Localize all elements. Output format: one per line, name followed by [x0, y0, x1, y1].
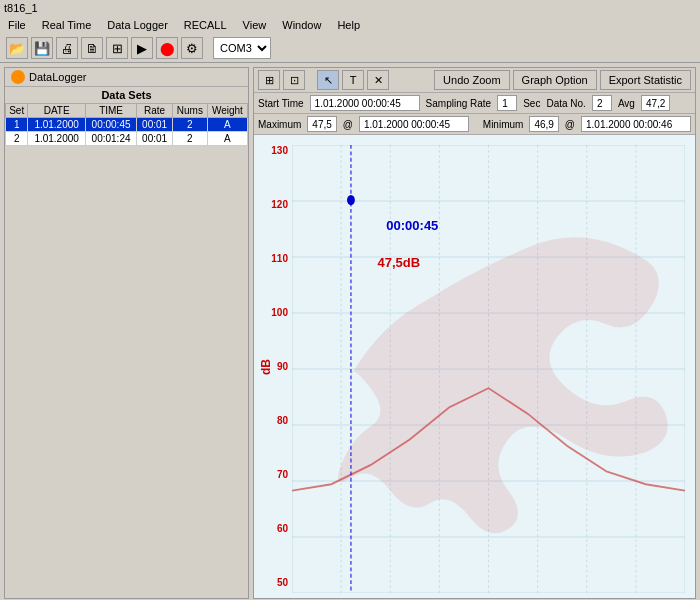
right-panel: ⊞ ⊡ ↖ T ✕ Undo Zoom Graph Option Export …: [253, 67, 696, 599]
row1-set: 1: [6, 118, 28, 132]
menu-file[interactable]: File: [4, 18, 30, 32]
y-label-70: 70: [277, 469, 288, 480]
save-button[interactable]: 💾: [31, 37, 53, 59]
undo-zoom-button[interactable]: Undo Zoom: [434, 70, 509, 90]
y-label-130: 130: [271, 145, 288, 156]
print-preview-button[interactable]: 🗎: [81, 37, 103, 59]
menu-datalogger[interactable]: Data Logger: [103, 18, 172, 32]
marker-tool-button[interactable]: ✕: [367, 70, 389, 90]
maximum-value: 47,5: [307, 116, 336, 132]
chart-area: dB 130 120 110 100 90 80 70 60 50: [254, 135, 695, 598]
menu-help[interactable]: Help: [333, 18, 364, 32]
main-content: DataLogger Data Sets Set DATE TIME Rate …: [0, 63, 700, 600]
menu-bar: File Real Time Data Logger RECALL View W…: [0, 16, 700, 34]
data-table: Set DATE TIME Rate Nums Weight 1 1.01.20…: [5, 103, 248, 146]
chart-stats-row: Maximum 47,5 @ 1.01.2000 00:00:45 Minimu…: [254, 114, 695, 135]
row1-rate: 00:01: [137, 118, 173, 132]
toolbar: 📂 💾 🖨 🗎 ⊞ ▶ ⬤ ⚙ COM3 COM1 COM2: [0, 34, 700, 63]
arrow-tool-button[interactable]: ↖: [317, 70, 339, 90]
row1-weight: A: [207, 118, 247, 132]
print-button[interactable]: 🖨: [56, 37, 78, 59]
avg-label: Avg: [618, 98, 635, 109]
row2-nums: 2: [173, 132, 208, 146]
chart-toolbar: ⊞ ⊡ ↖ T ✕ Undo Zoom Graph Option Export …: [254, 68, 695, 93]
y-label-90: 90: [277, 361, 288, 372]
datalogger-icon: [11, 70, 25, 84]
com-select[interactable]: COM3 COM1 COM2: [213, 37, 271, 59]
record-button[interactable]: ⬤: [156, 37, 178, 59]
menu-view[interactable]: View: [239, 18, 271, 32]
data-no-label: Data No.: [546, 98, 585, 109]
datalogger-title: DataLogger: [29, 71, 87, 83]
start-time-label: Start Time: [258, 98, 304, 109]
window-title: t816_1: [4, 2, 38, 14]
chart-svg: [292, 145, 685, 593]
col-weight: Weight: [207, 104, 247, 118]
row2-rate: 00:01: [137, 132, 173, 146]
minimum-time: 1.01.2000 00:00:46: [581, 116, 691, 132]
chart-annotation-time: 00:00:45: [386, 218, 438, 233]
at-symbol-1: @: [343, 119, 353, 130]
row1-date: 1.01.2000: [28, 118, 86, 132]
open-button[interactable]: 📂: [6, 37, 28, 59]
y-label-100: 100: [271, 307, 288, 318]
menu-recall[interactable]: RECALL: [180, 18, 231, 32]
row1-nums: 2: [173, 118, 208, 132]
dataset-label: Data Sets: [5, 87, 248, 103]
data-no-value: 2: [592, 95, 612, 111]
title-bar: t816_1: [0, 0, 700, 16]
menu-realtime[interactable]: Real Time: [38, 18, 96, 32]
grid-button[interactable]: ⊞: [106, 37, 128, 59]
y-axis-labels: 130 120 110 100 90 80 70 60 50: [254, 145, 292, 588]
sampling-rate-value: 1: [497, 95, 517, 111]
chart-info-row: Start Time 1.01.2000 00:00:45 Sampling R…: [254, 93, 695, 114]
col-rate: Rate: [137, 104, 173, 118]
table-row[interactable]: 1 1.01.2000 00:00:45 00:01 2 A: [6, 118, 248, 132]
at-symbol-2: @: [565, 119, 575, 130]
col-set: Set: [6, 104, 28, 118]
export-statistic-button[interactable]: Export Statistic: [600, 70, 691, 90]
col-time: TIME: [85, 104, 136, 118]
col-date: DATE: [28, 104, 86, 118]
maximum-time: 1.01.2000 00:00:45: [359, 116, 469, 132]
y-label-120: 120: [271, 199, 288, 210]
row2-weight: A: [207, 132, 247, 146]
y-label-60: 60: [277, 523, 288, 534]
y-label-110: 110: [271, 253, 288, 264]
zoom-tool-button[interactable]: ⊡: [283, 70, 305, 90]
col-nums: Nums: [173, 104, 208, 118]
menu-window[interactable]: Window: [278, 18, 325, 32]
row1-time: 00:00:45: [85, 118, 136, 132]
start-time-value: 1.01.2000 00:00:45: [310, 95, 420, 111]
settings-button[interactable]: ⚙: [181, 37, 203, 59]
svg-point-20: [347, 195, 355, 205]
table-row[interactable]: 2 1.01.2000 00:01:24 00:01 2 A: [6, 132, 248, 146]
play-button[interactable]: ▶: [131, 37, 153, 59]
y-label-50: 50: [277, 577, 288, 588]
graph-option-button[interactable]: Graph Option: [513, 70, 597, 90]
datalogger-header: DataLogger: [5, 68, 248, 87]
row2-date: 1.01.2000: [28, 132, 86, 146]
avg-value: 47,2: [641, 95, 670, 111]
text-tool-button[interactable]: T: [342, 70, 364, 90]
minimum-label: Minimum: [483, 119, 524, 130]
sec-label: Sec: [523, 98, 540, 109]
left-panel: DataLogger Data Sets Set DATE TIME Rate …: [4, 67, 249, 599]
cursor-tool-button[interactable]: ⊞: [258, 70, 280, 90]
minimum-value: 46,9: [529, 116, 558, 132]
row2-set: 2: [6, 132, 28, 146]
row2-time: 00:01:24: [85, 132, 136, 146]
maximum-label: Maximum: [258, 119, 301, 130]
y-label-80: 80: [277, 415, 288, 426]
chart-annotation-db: 47,5dB: [377, 255, 420, 270]
sampling-rate-label: Sampling Rate: [426, 98, 492, 109]
